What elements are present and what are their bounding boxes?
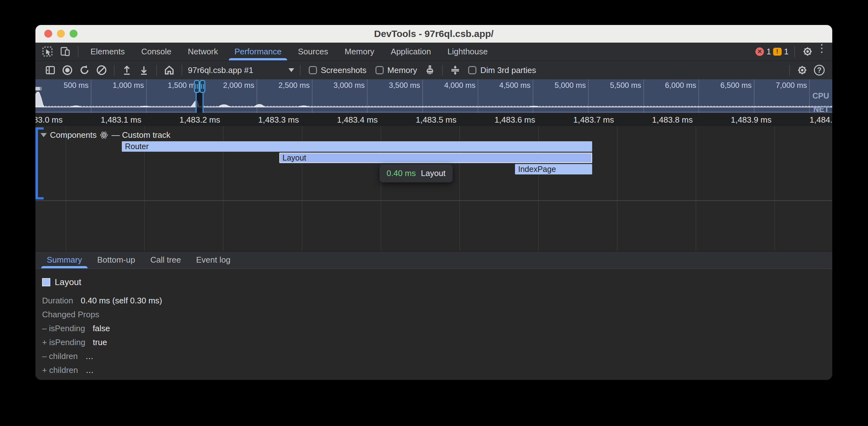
flame-bar[interactable]: Router (122, 141, 592, 152)
panel-tab-label: Network (188, 47, 218, 57)
tooltip-duration: 0.40 ms (386, 168, 416, 178)
divider (794, 46, 795, 57)
panel-tabs: ElementsConsoleNetworkPerformanceSources… (82, 43, 496, 60)
panel-tab[interactable]: Network (180, 43, 226, 60)
gridline (774, 126, 775, 251)
summary-row-value: false (93, 324, 110, 333)
selection-left-handle[interactable] (194, 80, 199, 93)
details-tab[interactable]: Bottom-up (90, 252, 143, 268)
track-divider (35, 200, 832, 201)
event-color-swatch (42, 278, 50, 286)
panel-tab[interactable]: Elements (82, 43, 133, 60)
flame-bar-label: Layout (282, 153, 306, 162)
memory-checkbox-row[interactable]: Memory (375, 65, 417, 75)
panel-tab-label: Memory (344, 47, 374, 57)
chevron-down-icon (288, 68, 294, 75)
clear-icon[interactable] (94, 63, 109, 77)
details-tab[interactable]: Event log (189, 252, 238, 268)
window-title: DevTools - 97r6ql.csb.app/ (35, 28, 832, 39)
upload-icon[interactable] (120, 63, 134, 77)
zoomed-time-ruler[interactable]: 1,483.0 ms1,483.1 ms1,483.2 ms1,483.3 ms… (35, 113, 832, 126)
panel-tab[interactable]: Performance (226, 43, 290, 60)
devtools-window: DevTools - 97r6ql.csb.app/ ElementsConso… (35, 25, 832, 380)
track-title: Components (50, 130, 96, 140)
memory-checkbox[interactable] (375, 66, 384, 74)
titlebar: DevTools - 97r6ql.csb.app/ (35, 25, 832, 43)
performance-toolbar: 97r6ql.csb.app #1 Screenshots Memory Dim… (35, 61, 832, 79)
panel-tab[interactable]: Console (133, 43, 179, 60)
selection-shade (197, 93, 203, 113)
summary-row-label: Duration (42, 296, 73, 305)
reload-icon[interactable] (77, 63, 92, 77)
issues-indicator[interactable]: 1 (773, 43, 788, 60)
inspect-icon[interactable] (40, 43, 54, 60)
dim-3rd-parties-checkbox-row[interactable]: Dim 3rd parties (468, 65, 536, 75)
summary-row-label: + isPending (42, 337, 85, 347)
kebab-menu-icon[interactable] (816, 43, 826, 60)
timeline-overview[interactable]: 500 ms1,000 ms1,500 ms2,000 ms2,500 ms3,… (35, 79, 832, 113)
cpu-baseline (35, 106, 832, 106)
collapse-triangle-icon[interactable] (40, 133, 47, 140)
settings-gear-icon[interactable] (801, 43, 814, 60)
event-tooltip: 0.40 ms Layout (380, 164, 453, 182)
selection-right-line (203, 93, 204, 113)
gridline (695, 126, 696, 251)
summary-row: – children… (42, 349, 832, 363)
details-tab[interactable]: Call tree (143, 252, 189, 268)
console-error-indicator[interactable]: 1 (755, 43, 771, 60)
details-tab-label: Bottom-up (97, 255, 135, 265)
details-tabs: SummaryBottom-upCall treeEvent log (39, 252, 238, 268)
tooltip-label: Layout (421, 168, 446, 178)
flame-bar[interactable]: IndexPage (515, 164, 592, 174)
summary-pane: Layout Duration0.40 ms (self 0.30 ms)Cha… (35, 269, 832, 380)
record-icon[interactable] (60, 63, 75, 77)
device-toolbar-icon[interactable] (58, 43, 72, 60)
divider (789, 65, 790, 75)
details-tab-label: Summary (47, 255, 82, 265)
screenshots-checkbox-row[interactable]: Screenshots (309, 65, 367, 75)
capture-settings-gear-icon[interactable] (795, 63, 809, 77)
panel-tab[interactable]: Sources (290, 43, 336, 60)
flame-chart[interactable]: Components — Custom track RouterLayoutIn… (35, 126, 832, 251)
atom-icon (100, 131, 108, 139)
panel-tab[interactable]: Lighthouse (439, 43, 496, 60)
summary-row-value: … (85, 365, 94, 375)
details-tab-label: Call tree (150, 255, 181, 265)
devtools-tabbar: ElementsConsoleNetworkPerformanceSources… (35, 43, 832, 61)
summary-title-row: Layout (42, 277, 832, 287)
panel-tab-label: Lighthouse (447, 47, 488, 57)
summary-row-value: … (85, 352, 94, 361)
help-icon[interactable] (812, 63, 827, 77)
home-icon[interactable] (162, 63, 177, 77)
details-tabbar: SummaryBottom-upCall treeEvent log (35, 251, 832, 269)
details-tab[interactable]: Summary (39, 252, 90, 268)
error-count: 1 (767, 47, 771, 57)
divider (156, 65, 157, 75)
selection-right-handle[interactable] (199, 80, 205, 93)
issues-badge-icon (773, 48, 782, 56)
panel-tab[interactable]: Memory (336, 43, 382, 60)
flame-bar[interactable]: Layout (279, 153, 592, 163)
dim-3rd-parties-checkbox[interactable] (468, 66, 476, 74)
divider (182, 65, 182, 75)
panel-tab-label: Application (391, 47, 431, 57)
panel-tab[interactable]: Application (382, 43, 439, 60)
summary-row: Changed Props (42, 307, 832, 321)
collapse-shortcuts-icon[interactable] (448, 63, 462, 77)
toggle-panel-icon[interactable] (43, 63, 58, 77)
selection-left-line (195, 93, 197, 113)
garbage-brush-icon[interactable] (423, 63, 437, 77)
target-selector-dropdown[interactable]: 97r6ql.csb.app #1 (188, 65, 294, 75)
summary-row-value: 0.40 ms (self 0.30 ms) (81, 296, 162, 305)
error-badge-icon (755, 47, 764, 56)
summary-rows: Duration0.40 ms (self 0.30 ms)Changed Pr… (42, 294, 832, 377)
memory-label: Memory (388, 65, 417, 75)
net-lane-label: NET (813, 105, 829, 113)
screenshots-checkbox[interactable] (309, 66, 317, 74)
divider (442, 65, 443, 75)
cpu-lane-label: CPU (812, 91, 829, 100)
download-icon[interactable] (137, 63, 151, 77)
track-header[interactable]: Components — Custom track (40, 130, 170, 140)
cpu-activity-chart (35, 79, 832, 113)
details-tab-label: Event log (196, 255, 230, 265)
